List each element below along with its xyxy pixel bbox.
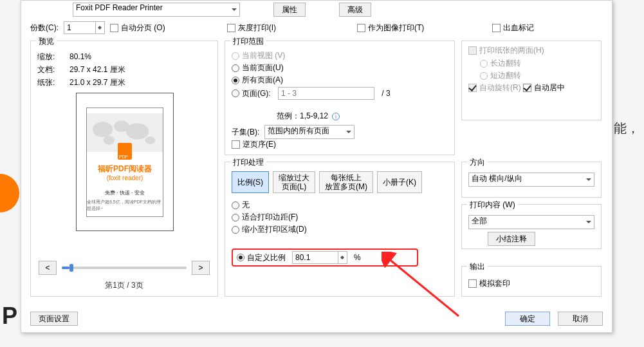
duplex-checkbox: 打印纸张的两面(H) xyxy=(468,45,544,56)
thumb-tagline: 免费 · 快速 · 安全 xyxy=(105,189,144,196)
thumb-title: 福昕PDF阅读器 xyxy=(98,164,152,174)
percent-label: % xyxy=(354,253,361,262)
range-current-view-radio: 当前视图 (V) xyxy=(232,50,391,61)
flip-long-radio: 长边翻转 xyxy=(480,58,565,69)
spin-down-icon[interactable] xyxy=(338,258,347,263)
range-current-page-radio[interactable]: 当前页面(U) xyxy=(232,62,391,73)
page-indicator: 第1页 / 3页 xyxy=(105,280,143,291)
orientation-group: 方向 自动 横向/纵向 xyxy=(461,162,602,198)
content-select[interactable]: 全部 xyxy=(468,215,594,229)
advanced-button[interactable]: 高级 xyxy=(339,3,371,17)
pages-input[interactable] xyxy=(278,87,374,100)
output-group: 输出 模拟套印 xyxy=(461,266,602,297)
tab-multiple[interactable]: 每张纸上 放置多页(M) xyxy=(319,171,373,193)
copies-spinner[interactable] xyxy=(64,21,105,34)
simulate-overprint-checkbox[interactable]: 模拟套印 xyxy=(468,278,510,289)
thumb-desc: 全球用户超8.5亿，阅读PDF文档的理想选择~ xyxy=(87,199,163,212)
page-slider[interactable] xyxy=(62,267,187,269)
print-dialog: Foxit PDF Reader Printer 属性 高级 份数(C): 自动… xyxy=(21,0,612,333)
scale-shrink-radio[interactable]: 缩小至打印区域(D) xyxy=(232,224,307,235)
pages-example: 范例：1,5-9,12i xyxy=(277,111,340,122)
subset-label: 子集(B): xyxy=(232,127,259,138)
range-title: 打印范围 xyxy=(230,36,266,47)
tab-shrink[interactable]: 缩放过大 页面(L) xyxy=(273,171,315,193)
range-pages-radio[interactable]: 页面(G): / 3 xyxy=(232,87,391,100)
ok-button[interactable]: 确定 xyxy=(505,312,550,326)
grayscale-checkbox[interactable]: 灰度打印(I) xyxy=(227,23,276,33)
custom-scale-spinner[interactable] xyxy=(292,251,347,264)
spin-down-icon[interactable] xyxy=(95,28,104,33)
tab-scale[interactable]: 比例(S) xyxy=(232,171,269,193)
printer-select[interactable]: Foxit PDF Reader Printer xyxy=(73,3,240,17)
scale-none-radio[interactable]: 无 xyxy=(232,200,307,211)
range-all-pages-radio[interactable]: 所有页面(A) xyxy=(232,75,391,86)
prev-page-button[interactable]: < xyxy=(39,261,57,275)
orientation-title: 方向 xyxy=(467,157,488,168)
content-title: 打印内容 (W) xyxy=(467,200,518,211)
auto-rotate-checkbox: 自动旋转(R) xyxy=(468,82,521,93)
preview-info: 缩放:80.1% 文档:29.7 x 42.1 厘米 纸张:21.0 x 29.… xyxy=(37,50,125,89)
subset-select[interactable]: 范围内的所有页面 xyxy=(264,125,354,139)
svg-point-0 xyxy=(93,122,113,137)
print-range-group: 打印范围 当前视图 (V) 当前页面(U) 所有页面(A) 页面(G): / 3… xyxy=(225,41,455,155)
tab-booklet[interactable]: 小册子(K) xyxy=(377,171,422,193)
orientation-select[interactable]: 自动 横向/纵向 xyxy=(468,173,594,187)
preview-group: 预览 缩放:80.1% 文档:29.7 x 42.1 厘米 纸张:21.0 x … xyxy=(30,41,218,297)
pages-total: / 3 xyxy=(382,89,390,98)
duplex-group: 打印纸张的两面(H) 长边翻转 短边翻转 自动旋转(R) 自动居中 xyxy=(461,41,602,120)
auto-center-checkbox[interactable]: 自动居中 xyxy=(523,82,565,93)
print-content-group: 打印内容 (W) 全部 小结注释 xyxy=(461,204,602,249)
auto-collate-checkbox[interactable]: 自动分页 (O) xyxy=(110,23,165,33)
svg-point-4 xyxy=(145,136,155,144)
thumb-subtitle: (foxit reader) xyxy=(107,174,143,182)
print-as-image-checkbox[interactable]: 作为图像打印(T) xyxy=(357,23,424,33)
info-icon[interactable]: i xyxy=(332,113,340,120)
cancel-button[interactable]: 取消 xyxy=(558,312,603,326)
preview-thumbnail: 福昕PDF阅读器 (foxit reader) 免费 · 快速 · 安全 全球用… xyxy=(76,93,174,231)
print-handling-group: 打印处理 比例(S) 缩放过大 页面(L) 每张纸上 放置多页(M) 小册子(K… xyxy=(225,162,455,297)
copies-input[interactable] xyxy=(64,22,95,33)
page-setup-button[interactable]: 页面设置 xyxy=(30,312,78,326)
scale-fit-radio[interactable]: 适合打印边距(F) xyxy=(232,212,307,223)
output-title: 输出 xyxy=(467,261,488,272)
custom-scale-input[interactable] xyxy=(293,252,338,263)
summarize-comments-button[interactable]: 小结注释 xyxy=(488,232,535,246)
flip-short-radio: 短边翻转 xyxy=(480,70,565,81)
next-page-button[interactable]: > xyxy=(192,261,210,275)
svg-point-2 xyxy=(126,123,149,140)
svg-point-3 xyxy=(104,135,115,144)
properties-button[interactable]: 属性 xyxy=(273,3,306,17)
spin-up-icon[interactable] xyxy=(338,252,347,258)
background-letter: P xyxy=(2,303,17,330)
pdf-badge-icon xyxy=(118,143,132,160)
copies-label: 份数(C): xyxy=(30,23,59,33)
preview-title: 预览 xyxy=(36,36,57,47)
reverse-order-checkbox[interactable]: 逆页序(E) xyxy=(232,139,276,150)
handling-title: 打印处理 xyxy=(230,157,266,168)
bleed-mark-checkbox[interactable]: 出血标记 xyxy=(492,23,534,33)
scale-custom-radio[interactable]: 自定义比例 xyxy=(237,252,286,263)
custom-scale-highlight: 自定义比例 % xyxy=(232,249,418,267)
spin-up-icon[interactable] xyxy=(95,22,104,28)
background-text: 能， xyxy=(614,120,639,137)
